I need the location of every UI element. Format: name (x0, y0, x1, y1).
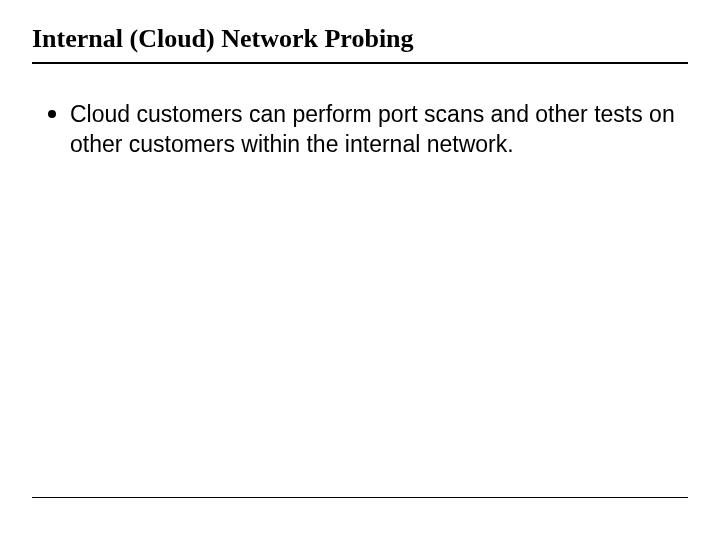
slide-content: Cloud customers can perform port scans a… (32, 100, 688, 160)
bullet-marker-icon (48, 110, 56, 118)
slide-title: Internal (Cloud) Network Probing (32, 24, 688, 64)
bullet-text: Cloud customers can perform port scans a… (70, 100, 688, 160)
bottom-divider (32, 497, 688, 498)
bullet-item: Cloud customers can perform port scans a… (48, 100, 688, 160)
